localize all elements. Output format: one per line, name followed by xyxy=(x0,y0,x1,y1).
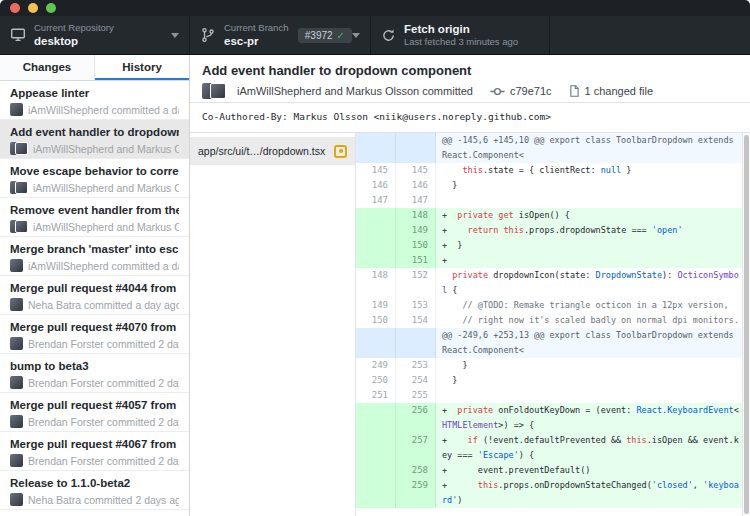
commit-meta: Brendan Forster committed 2 days ago xyxy=(10,376,179,389)
zoom-window-button[interactable] xyxy=(46,3,56,13)
diff-gutter-old-line-number xyxy=(356,223,396,238)
avatar xyxy=(10,142,28,155)
diff-row: 251255 xyxy=(356,388,742,403)
commit-byline: iAmWillShepherd and Markus Olsson commit… xyxy=(237,85,473,97)
commit-list-item[interactable]: Merge branch 'master' into esc-priAmWill… xyxy=(0,237,189,276)
commit-list-item[interactable]: Merge pull request #4067 from desk..Bren… xyxy=(0,432,189,471)
app-body: Changes History Appease linteriAmWillShe… xyxy=(0,55,750,516)
diff-gutter-new-line-number: 254 xyxy=(396,373,436,388)
diff-row: 250254 } xyxy=(356,373,742,388)
commit-list-item[interactable]: Add event handler to dropdown com…iAmWil… xyxy=(0,120,189,159)
diff-row: 150154 // right now it's scaled badly on… xyxy=(356,313,742,328)
diff-row: 149153 // @TODO: Remake triangle octicon… xyxy=(356,298,742,313)
commit-meta-text: Brendan Forster committed 2 days ago xyxy=(28,338,179,350)
commit-meta-text: iAmWillShepherd and Markus Olsson… xyxy=(33,182,179,194)
diff-gutter-old-line-number xyxy=(356,433,396,463)
commit-title: Add event handler to dropdown com… xyxy=(10,125,179,139)
avatar xyxy=(10,454,23,467)
diff-gutter-new-line-number: 151 xyxy=(396,253,436,268)
diff-gutter-old-line-number xyxy=(356,238,396,253)
diff-gutter-new-line-number: 152 xyxy=(396,268,436,298)
diff-gutter-old-line-number xyxy=(356,478,396,508)
main-panel: Add event handler to dropdown component … xyxy=(190,55,750,516)
diff-code-line: + xyxy=(436,253,742,268)
tab-history[interactable]: History xyxy=(94,55,189,80)
diff-gutter-new-line-number: 148 xyxy=(396,208,436,223)
ci-check-icon: ✓ xyxy=(337,30,345,41)
chevron-down-icon xyxy=(171,33,179,38)
commit-list-item[interactable]: Merge pull request #4057 from desk..Bren… xyxy=(0,393,189,432)
diff-view: @@ -145,6 +145,10 @@ export class Toolba… xyxy=(356,133,750,516)
diff-code-line xyxy=(436,388,742,403)
avatar xyxy=(10,220,28,233)
diff-row: 150+ } xyxy=(356,238,742,253)
close-window-button[interactable] xyxy=(10,3,20,13)
commit-list-item[interactable]: Merge pull request #4070 from desk..Bren… xyxy=(0,315,189,354)
scrollbar-thumb[interactable] xyxy=(744,135,749,514)
commit-list-item[interactable]: Move escape behavior to correct co…iAmWi… xyxy=(0,159,189,198)
commit-title: bump to beta3 xyxy=(10,359,179,373)
diff-code-line: + private onFoldoutKeyDown = (event: Rea… xyxy=(436,403,742,433)
commit-title: Merge branch 'master' into esc-pr xyxy=(10,242,179,256)
commit-meta: Neha Batra committed a day ago xyxy=(10,298,179,311)
commit-meta: Neha Batra committed 2 days ago xyxy=(10,493,179,506)
commit-list-item[interactable]: Merge pull request #4044 from des…Neha B… xyxy=(0,276,189,315)
commit-list-item[interactable]: Merge pull request #4053 from d… xyxy=(0,510,189,516)
commit-header: Add event handler to dropdown component … xyxy=(190,55,750,103)
avatar xyxy=(10,376,23,389)
fetch-label: Fetch origin xyxy=(404,22,518,36)
avatar xyxy=(10,259,23,272)
commit-meta-text: Neha Batra committed 2 days ago xyxy=(28,494,179,506)
commit-title: Release to 1.1.0-beta2 xyxy=(10,476,179,490)
commit-title: Merge pull request #4070 from desk.. xyxy=(10,320,179,334)
commit-list-item[interactable]: Appease linteriAmWillShepherd committed … xyxy=(0,81,189,120)
commit-meta-text: iAmWillShepherd committed a day ago xyxy=(28,260,179,272)
avatar xyxy=(202,83,226,99)
diff-gutter-new-line-number: 153 xyxy=(396,298,436,313)
diff-code-line: // right now it's scaled badly on normal… xyxy=(436,313,742,328)
commit-meta: Brendan Forster committed 2 days ago xyxy=(10,415,179,428)
repository-text: Current Repository desktop xyxy=(34,22,114,48)
diff-gutter-old-line-number xyxy=(356,208,396,223)
diff-row: 146146 } xyxy=(356,178,742,193)
commit-list: Appease linteriAmWillShepherd committed … xyxy=(0,81,189,516)
file-modified-icon xyxy=(334,145,347,158)
fetch-origin-button[interactable]: Fetch origin Last fetched 3 minutes ago xyxy=(371,16,550,54)
diff-gutter-new-line-number xyxy=(396,328,436,358)
repository-name: desktop xyxy=(34,34,114,48)
file-list-item[interactable]: app/src/ui/t…/dropdown.tsx xyxy=(190,137,355,165)
commit-list-item[interactable]: Release to 1.1.0-beta2Neha Batra committ… xyxy=(0,471,189,510)
minimize-window-button[interactable] xyxy=(28,3,38,13)
commit-list-item[interactable]: bump to beta3Brendan Forster committed 2… xyxy=(0,354,189,393)
sync-icon xyxy=(381,28,396,43)
diff-gutter-new-line-number xyxy=(396,133,436,163)
diff-gutter-old-line-number: 250 xyxy=(356,373,396,388)
changed-files-group: 1 changed file xyxy=(568,84,654,98)
diff-code-line: + } xyxy=(436,238,742,253)
current-repository-button[interactable]: Current Repository desktop xyxy=(0,16,190,54)
avatar xyxy=(10,337,23,350)
commit-list-item[interactable]: Remove event handler from the bran…iAmWi… xyxy=(0,198,189,237)
diff-rows: @@ -145,6 +145,10 @@ export class Toolba… xyxy=(356,133,742,508)
sidebar: Changes History Appease linteriAmWillShe… xyxy=(0,55,190,516)
fetch-text: Fetch origin Last fetched 3 minutes ago xyxy=(404,22,518,48)
repository-icon xyxy=(10,27,26,43)
tab-changes[interactable]: Changes xyxy=(0,55,94,80)
diff-gutter-new-line-number: 253 xyxy=(396,358,436,373)
branch-label: Current Branch xyxy=(224,22,288,34)
diff-gutter-old-line-number: 150 xyxy=(356,313,396,328)
commit-meta-text: iAmWillShepherd and Markus Olsson… xyxy=(33,143,179,155)
commit-title: Remove event handler from the bran… xyxy=(10,203,179,217)
diff-gutter-old-line-number xyxy=(356,133,396,163)
diff-gutter-old-line-number: 147 xyxy=(356,193,396,208)
file-path: app/src/ui/t…/dropdown.tsx xyxy=(198,145,328,157)
diff-code-line: @@ -249,6 +253,13 @@ export class Toolba… xyxy=(436,328,742,358)
titlebar xyxy=(0,0,750,16)
diff-row: 148+ private get isOpen() { xyxy=(356,208,742,223)
diff-gutter-new-line-number: 150 xyxy=(396,238,436,253)
diff-gutter-old-line-number: 145 xyxy=(356,163,396,178)
git-branch-icon xyxy=(200,27,216,43)
current-branch-button[interactable]: Current Branch esc-pr #3972 ✓ xyxy=(190,16,371,54)
commit-title: Merge pull request #4057 from desk.. xyxy=(10,398,179,412)
commit-title: Merge pull request #4044 from des… xyxy=(10,281,179,295)
